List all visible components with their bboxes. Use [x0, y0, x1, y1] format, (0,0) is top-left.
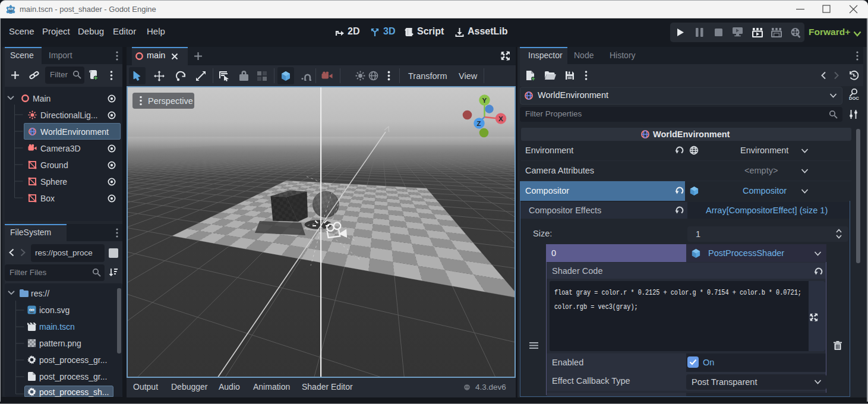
svg-text:Z: Z	[477, 120, 481, 127]
svg-text:X: X	[498, 115, 503, 122]
svg-text:Perspective: Perspective	[148, 96, 193, 106]
svg-text:Y: Y	[482, 97, 487, 104]
svg-text:DOC: DOC	[849, 96, 859, 101]
